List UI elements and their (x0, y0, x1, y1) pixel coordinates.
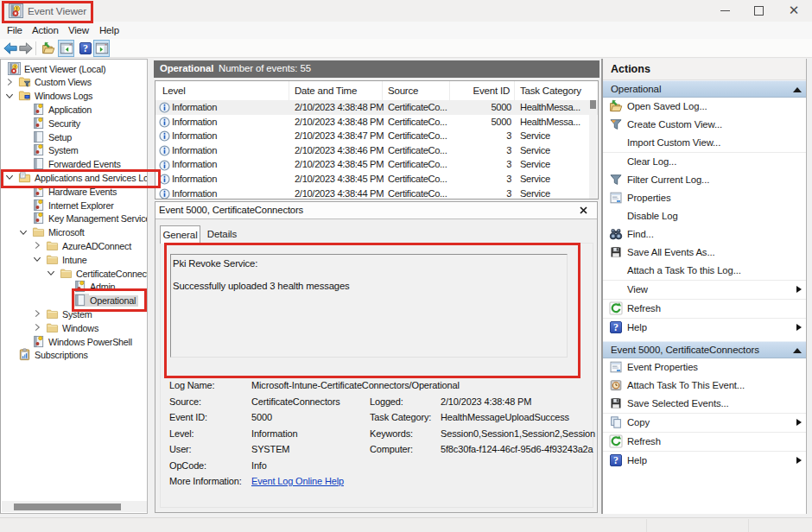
action-attach-task-to-this-event[interactable]: Attach Task To This Event... (603, 377, 806, 395)
field-value-link[interactable]: Event Log Online Help (251, 476, 344, 486)
tree-node-azureadconnect[interactable]: AzureADConnect (1, 238, 148, 252)
menu-help[interactable]: Help (99, 22, 119, 39)
event-task-category-cell: Service (520, 157, 596, 172)
menu-action[interactable]: Action (32, 22, 59, 39)
annotation-operational-node (72, 288, 147, 312)
event-row[interactable]: Information2/10/2023 4:38:44 PMCertifica… (155, 187, 598, 200)
tree-node-windows-powershell[interactable]: Windows PowerShell (1, 334, 148, 348)
event-source-cell: CertificateCo... (388, 187, 450, 200)
event-source-cell: CertificateCo... (388, 157, 450, 172)
actions-section-header-operational[interactable]: Operational (603, 80, 806, 98)
tree-node-event-viewer-local[interactable]: Event Viewer (Local) (1, 61, 148, 75)
tab-general[interactable]: General (160, 225, 200, 244)
tree-node-setup[interactable]: Setup (1, 130, 148, 143)
tree-node-windows-logs[interactable]: Windows Logs (1, 89, 148, 103)
event-row[interactable]: Information2/10/2023 4:38:47 PMCertifica… (155, 129, 598, 143)
maximize-button[interactable] (741, 0, 776, 22)
action-disable-log[interactable]: Disable Log (603, 207, 806, 225)
open-folder-icon (609, 99, 623, 113)
tree-node-key-management-service[interactable]: Key Management Service (1, 212, 148, 225)
field-label: Computer: (370, 444, 413, 454)
action-pane-toggle-button[interactable] (93, 40, 110, 57)
event-row[interactable]: Information2/10/2023 4:38:48 PMCertifica… (155, 100, 598, 115)
event-row[interactable]: Information2/10/2023 4:38:48 PMCertifica… (155, 115, 598, 130)
menu-view[interactable]: View (68, 22, 89, 39)
tree-scrollbar-thumb[interactable] (14, 504, 121, 510)
task-clock-icon (609, 378, 623, 392)
minimize-button[interactable] (707, 0, 742, 22)
information-icon (159, 130, 170, 142)
preview-close-icon[interactable] (580, 206, 587, 214)
close-button[interactable]: ✕ (777, 0, 811, 22)
chevron-down-icon[interactable] (33, 255, 41, 263)
field-label: Logged: (370, 396, 403, 407)
event-id-cell: 3 (450, 129, 511, 143)
actions-section-header-event-5000-certificateconnectors[interactable]: Event 5000, CertificateConnectors (603, 341, 806, 358)
tree-node-application[interactable]: Application (1, 102, 148, 116)
action-find[interactable]: Find... (603, 225, 806, 244)
field-row-event-id: Event ID:5000Task Category:HealthMessage… (169, 412, 599, 425)
action-create-custom-view[interactable]: Create Custom View... (603, 116, 806, 134)
tree-horizontal-scrollbar[interactable] (2, 501, 147, 512)
chevron-down-icon[interactable] (47, 269, 55, 277)
action-filter-current-log[interactable]: Filter Current Log... (603, 171, 806, 189)
tree-node-internet-explorer[interactable]: Internet Explorer (1, 198, 148, 212)
action-save-all-events-as[interactable]: Save All Events As... (603, 244, 806, 262)
back-button[interactable] (2, 40, 19, 57)
chevron-down-icon[interactable] (5, 92, 14, 100)
action-view[interactable]: View (603, 281, 806, 299)
action-copy[interactable]: Copy (603, 414, 806, 432)
tree-node-intune[interactable]: Intune (1, 252, 148, 266)
event-row[interactable]: Information2/10/2023 4:38:45 PMCertifica… (155, 157, 598, 172)
action-refresh[interactable]: Refresh (603, 300, 806, 318)
chevron-right-icon[interactable] (33, 241, 41, 250)
chevron-right-icon[interactable] (5, 78, 14, 86)
menu-file[interactable]: File (7, 22, 22, 39)
information-icon (159, 117, 170, 128)
tab-details[interactable]: Details (203, 228, 241, 243)
subscriptions (18, 348, 31, 361)
column-header-date-and-time[interactable]: Date and Time (289, 81, 383, 100)
action-properties[interactable]: Properties (603, 189, 806, 207)
open-saved-log-button[interactable] (40, 40, 57, 57)
tree-node-label: CertificateConnect (76, 269, 148, 279)
action-attach-a-task-to-this-log[interactable]: Attach a Task To this Log... (603, 262, 806, 280)
chevron-down-icon[interactable] (19, 228, 28, 237)
field-value: Info (251, 460, 267, 471)
action-save-selected-events[interactable]: Save Selected Events... (603, 395, 806, 413)
refresh-icon (609, 301, 623, 315)
field-value: Microsoft-Intune-CertificateConnectors/O… (251, 380, 460, 390)
collapse-caret-icon[interactable] (793, 348, 802, 353)
chevron-right-icon[interactable] (33, 323, 41, 332)
event-id-cell: 3 (450, 172, 511, 187)
column-header-level[interactable]: Level (155, 81, 289, 100)
save-icon (609, 396, 623, 410)
tree-node-security[interactable]: Security (1, 116, 148, 130)
column-header-task-category[interactable]: Task Category (515, 81, 599, 100)
tree-node-custom-views[interactable]: Custom Views (1, 75, 148, 89)
console-tree-toggle-button[interactable] (58, 40, 74, 57)
forward-button[interactable] (17, 40, 35, 57)
column-header-event-id[interactable]: Event ID (450, 81, 515, 100)
column-header-source[interactable]: Source (383, 81, 450, 100)
action-event-properties[interactable]: Event Properties (603, 358, 806, 377)
action-import-custom-view[interactable]: Import Custom View... (603, 134, 806, 152)
tree-node-system[interactable]: System (1, 143, 148, 157)
tree-node-certificateconnect[interactable]: CertificateConnect (1, 266, 148, 280)
help-button[interactable]: ? (77, 40, 94, 57)
action-clear-log[interactable]: Clear Log... (603, 153, 806, 171)
action-open-saved-log[interactable]: Open Saved Log... (603, 98, 806, 116)
action-help[interactable]: ?Help (603, 319, 806, 337)
event-row[interactable]: Information2/10/2023 4:38:46 PMCertifica… (155, 143, 598, 158)
chevron-right-icon[interactable] (33, 309, 41, 318)
event-row[interactable]: Information2/10/2023 4:38:45 PMCertifica… (155, 172, 598, 187)
event-source-cell: CertificateCo... (388, 115, 450, 130)
collapse-caret-icon[interactable] (793, 87, 802, 92)
tree-node-subscriptions[interactable]: Subscriptions (1, 348, 148, 362)
action-help[interactable]: ?Help (603, 452, 806, 470)
tree-node-label: Intune (62, 255, 87, 265)
action-refresh[interactable]: Refresh (603, 433, 806, 451)
action-label: Save Selected Events... (627, 398, 729, 408)
tree-node-windows[interactable]: Windows (1, 320, 148, 334)
tree-node-microsoft[interactable]: Microsoft (1, 225, 148, 239)
